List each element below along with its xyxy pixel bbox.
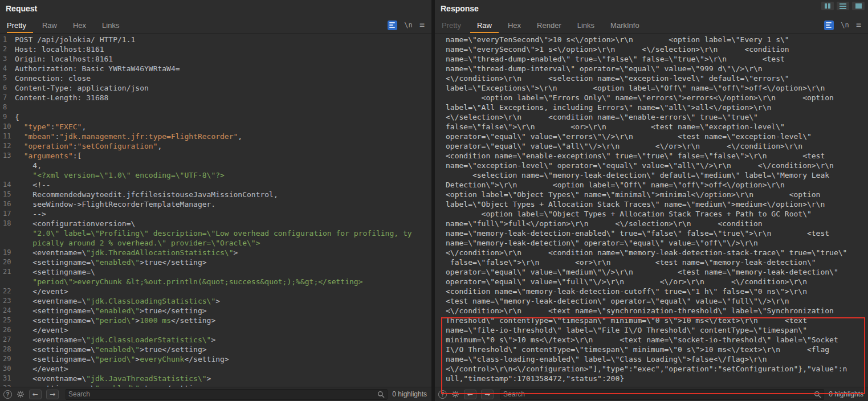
response-tab-raw[interactable]: Raw [469,17,500,33]
editor-menu-icon[interactable]: ≡ [856,21,861,30]
line-number: 1 [0,35,15,44]
request-panel-title: Request [6,4,37,13]
request-code-line: 29 <settingname=\"period\">everyChunk</s… [0,354,431,364]
show-newlines-toggle[interactable]: \n [841,21,849,29]
search-magnifier-icon[interactable] [377,391,387,398]
request-code-line: 20 <settingname=\"enabled\">true</settin… [0,257,431,267]
line-number: 24 [0,306,15,316]
response-tab-pretty[interactable]: Pretty [441,17,469,33]
response-title-row: Response [435,0,868,17]
response-code-line: name=\"memory-leak-detection\" operator=… [435,238,868,248]
request-code-line: "period\">everyChunk &lt;%out.println(&q… [0,277,431,287]
request-code-line: 4, [0,161,431,170]
line-number: 25 [0,316,15,325]
response-code-line: <test name=\"memory-leak-detection\" ope… [435,296,868,306]
response-viewer[interactable]: name=\"everyTenSecond\">10 s<\/option>\r… [435,34,868,387]
syntax-highlight-icon[interactable] [824,21,834,30]
syntax-highlight-icon[interactable] [388,21,397,30]
request-code-line: 13 "arguments":[ [0,151,431,161]
response-tabs: PrettyRawHexRenderLinksMarkInfo [441,17,647,33]
response-tab-hex[interactable]: Hex [500,17,529,33]
request-tab-links[interactable]: Links [94,17,127,33]
line-number [0,228,15,238]
request-code-line: "<?xml version=\"1.0\" encoding=\"UTF-8\… [0,170,431,180]
request-code-line: 4Authorization: Basic YWRtaW46YWRtaW4= [0,64,431,73]
response-code-line: name=\"everyTenSecond\">10 s<\/option>\r… [435,35,868,44]
request-tab-hex[interactable]: Hex [65,17,94,33]
search-prev-button[interactable]: ← [29,390,42,399]
search-next-button[interactable]: → [46,390,59,399]
request-code-line: pically around 2 % overhead.\" provider=… [0,238,431,248]
request-code-line: 16 seeWindow->FlightRecorderTemplateMana… [0,199,431,209]
request-code-line: 7Content-Length: 31688 [0,93,431,103]
line-number: 7 [0,93,15,103]
line-number: 2 [0,44,15,54]
request-code-line: 17 --> [0,209,431,219]
line-number: 17 [0,209,15,219]
request-code-line: 18 <configurationversion=\ [0,219,431,228]
request-code-line: 8 [0,103,431,112]
request-code-line: 15 Recommendedwaytoedit.jfcfilesistouseJ… [0,190,431,199]
request-editor[interactable]: 1POST /api/jolokia/ HTTP/1.12Host: local… [0,34,431,387]
response-code-line: <option label=\"Object Types + Allocatio… [435,209,868,219]
help-icon[interactable]: ? [3,390,12,399]
response-tab-links[interactable]: Links [569,17,602,33]
response-tab-render[interactable]: Render [529,17,569,33]
help-icon[interactable]: ? [438,390,447,399]
response-code-line: false=\"false\">\r\n <or>\r\n <test name… [435,122,868,132]
response-tab-markinfo[interactable]: MarkInfo [602,17,647,33]
request-code-line: 30 </event> [0,364,431,374]
line-number: 29 [0,354,15,364]
line-number: 5 [0,73,15,83]
editor-menu-icon[interactable]: ≡ [419,21,425,30]
request-tabs: PrettyRawHexLinks [6,17,127,33]
view-layout-controls [821,2,865,10]
request-code-line: 28 <settingname=\"enabled\">true</settin… [0,345,431,354]
line-number: 28 [0,345,15,354]
search-input[interactable] [66,390,377,398]
show-newlines-toggle[interactable]: \n [404,21,412,29]
response-code-line: <\/condition>\r\n <text name=\"synchroni… [435,306,868,316]
response-search-field[interactable] [500,389,824,400]
line-number: 30 [0,364,15,374]
request-code-line: 1POST /api/jolokia/ HTTP/1.1 [0,35,431,44]
request-code-line: 25 <settingname=\"period\">1000 ms</sett… [0,316,431,325]
search-magnifier-icon[interactable] [814,391,824,398]
request-code-line: 6Content-Type: application/json [0,83,431,93]
response-code-line: <\/selection>\r\n <condition name=\"enab… [435,112,868,122]
response-code-line: operator=\"equal\" value=\"medium\"\/>\r… [435,267,868,277]
response-code-line: <option label=\"Object Types\" name=\"mi… [435,190,868,199]
line-number: 11 [0,132,15,141]
search-prev-button[interactable]: ← [464,390,476,399]
request-title-row: Request [0,0,431,17]
split-rows-icon[interactable] [837,2,849,10]
request-tab-pretty[interactable]: Pretty [6,17,34,33]
line-number: 22 [0,287,15,296]
response-code-line: I\/O Threshold\" contentType=\"timespan\… [435,345,868,354]
search-settings-gear-icon[interactable] [17,390,25,398]
response-editor-tools: \n ≡ [824,21,862,30]
search-input[interactable] [501,390,814,398]
response-code-line: name=\"class-loading-enabled\" label=\"C… [435,354,868,364]
request-code-line: 24 <settingname=\"enabled\">true</settin… [0,306,431,316]
request-code-line: 9{ [0,112,431,122]
response-code-line: Threshold\" contentType=\"timespan\" min… [435,316,868,325]
request-code-line: 12 "operation":"setConfiguration", [0,141,431,151]
split-columns-icon[interactable] [821,2,834,10]
response-code-line: <\/control>\r\n<\/configuration>"],"type… [435,364,868,374]
request-code-line: 23 <eventname=\"jdk.ClassLoadingStatisti… [0,296,431,306]
request-tabs-row: PrettyRawHexLinks \n ≡ [0,17,431,34]
line-number: 21 [0,267,15,277]
line-number: 27 [0,335,15,345]
search-settings-gear-icon[interactable] [451,390,459,398]
response-code-line: label=\"All Exceptions, including Errors… [435,103,868,112]
request-tab-raw[interactable]: Raw [34,17,65,33]
search-next-button[interactable]: → [481,390,494,399]
request-search-field[interactable] [66,389,388,400]
highlights-count: 0 highlights [392,390,428,398]
request-code-line: 10 "type":"EXEC", [0,122,431,132]
single-pane-icon[interactable] [852,2,865,10]
line-number: 19 [0,248,15,257]
line-number: 13 [0,151,15,161]
line-number: 31 [0,374,15,383]
